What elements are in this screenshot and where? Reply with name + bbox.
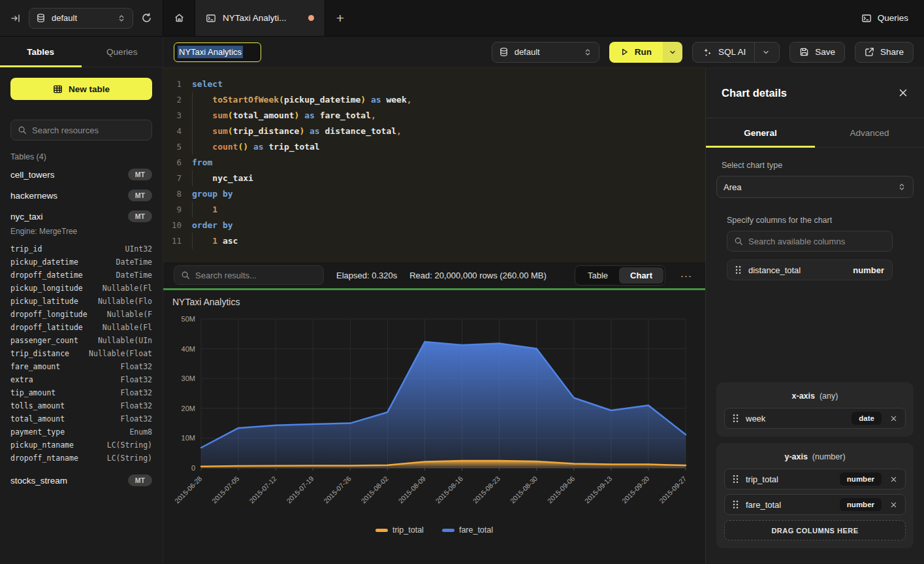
svg-text:10M: 10M [182, 434, 195, 442]
editor-line: 11 1 asc [163, 233, 705, 248]
divider [754, 42, 755, 62]
chart-type-selector[interactable]: Area [716, 176, 914, 198]
columns-group: Specify columns for the chart distance_t… [727, 216, 893, 280]
resource-search[interactable] [10, 120, 152, 141]
share-label: Share [880, 47, 904, 57]
share-button[interactable]: Share [855, 42, 914, 63]
queries-button[interactable]: Queries [846, 0, 924, 36]
right-column: NYTaxi Analytics default Run [163, 37, 924, 564]
line-number: 8 [163, 189, 192, 199]
play-icon [620, 48, 629, 56]
column-chip-trip_total[interactable]: trip_totalnumber [724, 469, 906, 489]
columns-search-input[interactable] [748, 237, 885, 246]
view-toggle-chart[interactable]: Chart [619, 267, 663, 284]
svg-text:2015-06-28: 2015-06-28 [173, 474, 204, 505]
query-database-selector[interactable]: default [492, 42, 599, 63]
column-row: tolls_amount Float32 [10, 399, 152, 412]
refresh-icon[interactable] [141, 12, 152, 24]
chart-details-body: Select chart type Area Specify columns f… [706, 148, 924, 564]
more-options-icon[interactable]: ··· [678, 270, 695, 281]
spacer [716, 280, 914, 382]
sidebar-tab-queries[interactable]: Queries [82, 37, 163, 67]
collapse-sidebar-icon[interactable] [10, 13, 21, 24]
updown-chevron-icon [117, 14, 126, 23]
queries-icon [861, 13, 872, 24]
column-chip-week[interactable]: weekdate [724, 408, 906, 429]
svg-text:2015-07-12: 2015-07-12 [247, 474, 278, 505]
tab-advanced[interactable]: Advanced [815, 118, 924, 147]
engine-badge: MT [128, 210, 152, 222]
active-tab-underline [706, 146, 815, 148]
column-row: payment_type Enum8 [10, 425, 152, 439]
svg-text:2015-09-13: 2015-09-13 [583, 474, 614, 505]
columns-search[interactable] [727, 231, 893, 252]
engine-badge: MT [128, 474, 152, 486]
drag-handle-icon[interactable] [733, 500, 739, 509]
rows-read: Read: 20,000,000 rows (260.00 MB) [409, 271, 547, 280]
chart-details-title: Chart details [722, 87, 787, 99]
tab-strip: NYTaxi Analyti... + Queries [163, 0, 924, 36]
table-item-cell-towers[interactable]: cell_towers MT [0, 164, 163, 185]
legend-item-trip_total[interactable]: trip_total [375, 525, 424, 535]
content-row: 1select2 toStartOfWeek(pickup_datetime) … [163, 68, 924, 564]
legend-item-fare_total[interactable]: fare_total [442, 525, 493, 535]
x-axis-hint: (any) [820, 391, 838, 401]
add-tab-button[interactable]: + [325, 0, 355, 36]
sidebar-tab-tables[interactable]: Tables [0, 37, 82, 67]
code-text: select [192, 79, 223, 89]
drag-handle-icon[interactable] [733, 474, 739, 484]
updown-chevron-icon [583, 48, 592, 57]
engine-info: Engine: MergeTree [0, 227, 163, 240]
column-chip-distance_total[interactable]: distance_totalnumber [727, 259, 893, 280]
column-row: dropoff_ntaname LC(String) [10, 452, 152, 465]
home-tab-button[interactable] [163, 0, 195, 36]
query-tab[interactable]: NYTaxi Analyti... [195, 0, 325, 36]
code-text: nyc_taxi [192, 173, 253, 183]
chevron-down-icon[interactable] [762, 48, 770, 56]
run-button[interactable]: Run [609, 42, 682, 63]
sql-ai-button[interactable]: SQL AI [692, 42, 780, 63]
remove-column-icon[interactable] [889, 415, 897, 422]
chart-type-value: Area [724, 182, 741, 192]
tab-general[interactable]: General [706, 118, 815, 147]
editor-line: 8group by [163, 186, 705, 201]
search-icon [181, 271, 190, 280]
chart-type-label: Select chart type [722, 161, 908, 170]
svg-text:2015-07-26: 2015-07-26 [322, 474, 353, 505]
column-chip-fare_total[interactable]: fare_totalnumber [724, 494, 906, 515]
elapsed-time: Elapsed: 0.320s [336, 271, 397, 280]
table-item-stocks-stream[interactable]: stocks_stream MT [0, 470, 163, 491]
svg-text:2015-09-27: 2015-09-27 [658, 474, 688, 505]
table-name: stocks_stream [10, 476, 67, 486]
database-selector[interactable]: default [29, 8, 133, 29]
results-search-input[interactable] [195, 271, 317, 280]
drag-handle-icon[interactable] [735, 265, 741, 274]
view-toggle-table[interactable]: Table [577, 267, 619, 284]
remove-column-icon[interactable] [889, 476, 897, 483]
run-options-caret[interactable] [663, 42, 682, 63]
results-bar: Elapsed: 0.320s Read: 20,000,000 rows (2… [163, 261, 705, 288]
table-item-hackernews[interactable]: hackernews MT [0, 185, 163, 206]
save-button[interactable]: Save [789, 42, 845, 63]
svg-text:2015-09-20: 2015-09-20 [620, 474, 651, 505]
remove-column-icon[interactable] [889, 501, 897, 508]
close-icon[interactable] [898, 88, 908, 98]
share-icon [865, 47, 874, 57]
resource-search-input[interactable] [32, 125, 147, 135]
column-type: Float32 [121, 399, 152, 412]
table-item-nyc-taxi[interactable]: nyc_taxi MT [0, 206, 163, 227]
editor-line: 10order by [163, 217, 705, 233]
svg-text:2015-08-09: 2015-08-09 [396, 474, 427, 505]
save-icon [799, 47, 809, 57]
svg-text:20M: 20M [182, 405, 195, 412]
drag-handle-icon[interactable] [733, 414, 739, 423]
results-search[interactable] [174, 265, 324, 285]
terminal-tab-icon [206, 13, 216, 24]
view-toggle: Table Chart [575, 265, 665, 286]
run-label: Run [635, 47, 652, 57]
drop-zone[interactable]: DRAG COLUMNS HERE [724, 520, 906, 540]
sql-editor[interactable]: 1select2 toStartOfWeek(pickup_datetime) … [163, 68, 705, 261]
new-table-button[interactable]: New table [10, 78, 152, 100]
column-row: total_amount Float32 [10, 412, 152, 425]
query-title-input[interactable]: NYTaxi Analytics [174, 42, 261, 62]
